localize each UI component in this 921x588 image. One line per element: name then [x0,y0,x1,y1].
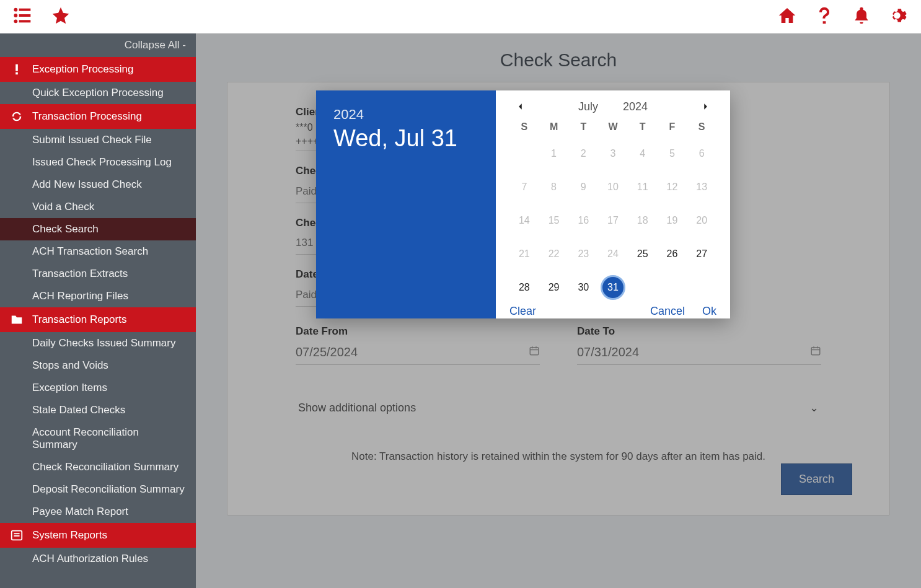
prev-month-button[interactable] [513,99,528,114]
date-picker-date[interactable]: Wed, Jul 31 [333,125,478,152]
calendar-day[interactable]: 23 [571,242,596,266]
nav-item[interactable]: Stops and Voids [0,354,196,377]
calendar-day[interactable]: 8 [542,175,566,200]
nav-item[interactable]: Transaction Extracts [0,263,196,285]
calendar-day[interactable]: 27 [689,242,714,266]
calendar-day[interactable]: 17 [601,208,625,233]
calendar-day[interactable]: 26 [659,242,684,266]
calendar-day[interactable]: 7 [512,175,537,200]
svg-point-2 [14,14,17,17]
nav-item[interactable]: Daily Checks Issued Summary [0,332,196,354]
nav-item[interactable]: Issued Check Processing Log [0,151,196,173]
calendar-day[interactable]: 10 [601,175,625,200]
svg-rect-1 [19,8,31,11]
nav-item[interactable]: Void a Check [0,196,196,218]
help-icon[interactable] [814,6,834,28]
nav-item[interactable]: Add New Issued Check [0,173,196,196]
collapse-all[interactable]: Collapse All - [0,33,196,57]
calendar-dow: S [509,121,539,133]
nav-section-header[interactable]: System Reports [0,523,196,548]
nav-item[interactable]: Exception Items [0,377,196,399]
calendar-day[interactable]: 22 [542,242,566,266]
date-picker-year[interactable]: 2024 [333,107,478,123]
calendar-dow: W [598,121,628,133]
calendar-day[interactable]: 31 [601,275,625,300]
svg-point-4 [14,19,17,23]
ok-button[interactable]: Ok [702,305,716,318]
calendar-day[interactable]: 12 [659,175,684,200]
home-icon[interactable] [777,6,797,28]
svg-rect-6 [15,64,18,71]
svg-rect-7 [15,72,18,75]
calendar-day[interactable]: 2 [571,141,596,166]
nav-item[interactable]: Stale Dated Checks [0,399,196,421]
nav-item[interactable]: ACH Authorization Rules [0,548,196,570]
calendar-day[interactable]: 4 [630,141,655,166]
calendar-dow: T [568,121,598,133]
svg-rect-5 [19,20,31,22]
calendar-day[interactable]: 18 [630,208,655,233]
calendar-day[interactable]: 15 [542,208,566,233]
calendar-day[interactable]: 14 [512,208,537,233]
bell-icon[interactable] [852,6,871,28]
nav-item[interactable]: Check Reconciliation Summary [0,456,196,478]
calendar-day[interactable]: 16 [571,208,596,233]
calendar-day[interactable]: 21 [512,242,537,266]
calendar-day[interactable]: 30 [571,275,596,300]
svg-point-0 [14,7,17,11]
calendar-day[interactable]: 24 [601,242,625,266]
cancel-button[interactable]: Cancel [650,305,685,318]
nav-section-header[interactable]: Transaction Processing [0,104,196,129]
calendar-day[interactable]: 11 [630,175,655,200]
nav-item[interactable]: ACH Transaction Search [0,240,196,263]
nav-item[interactable]: Deposit Reconciliation Summary [0,478,196,501]
gear-icon[interactable] [889,6,909,28]
next-month-button[interactable] [698,99,713,114]
calendar-dow: M [539,121,569,133]
calendar-day[interactable]: 28 [512,275,537,300]
nav-item[interactable]: Check Search [0,218,196,240]
svg-rect-3 [19,14,31,17]
calendar-dow: F [658,121,687,133]
calendar-day[interactable]: 6 [689,141,714,166]
calendar-day[interactable]: 20 [689,208,714,233]
nav-section-header[interactable]: Transaction Reports [0,307,196,332]
menu-icon[interactable] [12,6,32,28]
star-icon[interactable] [51,6,71,28]
nav-item[interactable]: Submit Issued Check File [0,129,196,151]
nav-section-header[interactable]: Exception Processing [0,57,196,82]
calendar-day[interactable]: 9 [571,175,596,200]
nav-item[interactable]: Account Reconciliation Summary [0,421,196,456]
topbar [0,0,921,33]
calendar-day[interactable]: 19 [659,208,684,233]
nav-item[interactable]: Payee Match Report [0,501,196,523]
calendar-day[interactable]: 1 [542,141,566,166]
clear-button[interactable]: Clear [509,305,536,318]
nav-item[interactable]: Quick Exception Processing [0,82,196,104]
calendar-dow: T [628,121,658,133]
calendar-day[interactable]: 5 [659,141,684,166]
month-year-label[interactable]: July 2024 [578,100,648,113]
calendar-day[interactable]: 13 [689,175,714,200]
date-picker: 2024 Wed, Jul 31 July 2024 SMTWTFS123456… [316,90,730,318]
nav-item[interactable]: ACH Reporting Files [0,285,196,307]
calendar-day[interactable]: 3 [601,141,625,166]
date-picker-summary: 2024 Wed, Jul 31 [316,90,496,318]
calendar-day[interactable]: 25 [630,242,655,266]
sidebar: Collapse All - Exception ProcessingQuick… [0,33,196,588]
calendar-day[interactable]: 29 [542,275,566,300]
calendar-dow: S [687,121,716,133]
